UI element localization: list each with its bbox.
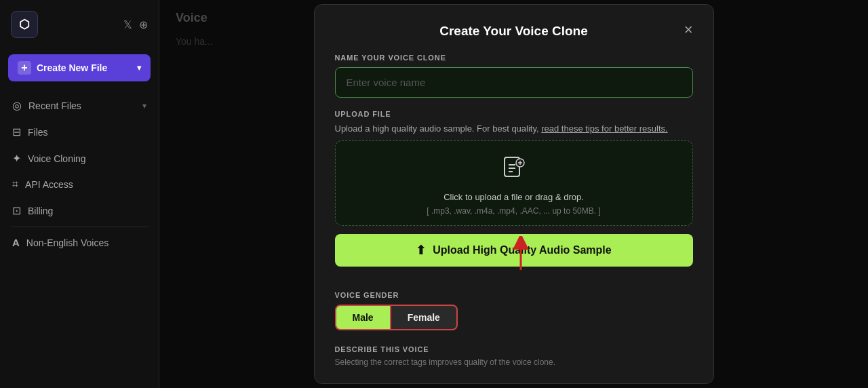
create-new-file-button[interactable]: + Create New File ▾ <box>8 54 151 81</box>
sidebar-label-files: Files <box>28 127 48 138</box>
gender-label: VOICE GENDER <box>335 291 693 299</box>
gender-section: VOICE GENDER Male Female <box>335 291 693 330</box>
sidebar-item-non-english[interactable]: A Non-English Voices <box>0 230 159 255</box>
modal-title: Create Your Voice Clone <box>439 24 588 39</box>
voice-cloning-icon: ✦ <box>12 152 21 165</box>
upload-section: UPLOAD FILE Upload a high quality audio … <box>335 110 693 267</box>
name-section: NAME YOUR VOICE CLONE <box>335 54 693 98</box>
sidebar-item-files[interactable]: ⊟ Files <box>0 119 159 145</box>
non-english-icon: A <box>12 237 20 248</box>
sidebar-label-voice-cloning: Voice Cloning <box>28 153 86 164</box>
main-content: Voice You ha... Create Your Voice Clone … <box>159 0 868 388</box>
sidebar-item-recent-files[interactable]: ◎ Recent Files ▾ <box>0 92 159 119</box>
gender-buttons: Male Female <box>335 305 693 330</box>
upload-primary-text: Click to upload a file or drag & drop. <box>443 192 584 202</box>
gender-female-button[interactable]: Female <box>391 305 458 330</box>
describe-section: DESCRIBE THIS VOICE Selecting the correc… <box>335 343 693 367</box>
sidebar: ⬡ 𝕏 ⊕ + Create New File ▾ ◎ Recent Files… <box>0 0 159 388</box>
sidebar-item-api-access[interactable]: ⌗ API Access <box>0 172 159 197</box>
logo: ⬡ <box>11 11 38 38</box>
upload-drop-zone[interactable]: Click to upload a file or drag & drop. [… <box>335 140 693 226</box>
sidebar-item-billing[interactable]: ⊡ Billing <box>0 197 159 224</box>
chevron-right-icon: ▾ <box>142 101 146 111</box>
create-btn-label: Create New File <box>37 62 107 73</box>
sidebar-label-recent-files: Recent Files <box>28 100 81 111</box>
plus-icon: + <box>18 61 31 75</box>
gender-male-button[interactable]: Male <box>335 305 391 330</box>
upload-label: UPLOAD FILE <box>335 110 693 118</box>
red-arrow-annotation <box>500 236 541 273</box>
chevron-down-icon: ▾ <box>137 63 141 73</box>
sidebar-label-billing: Billing <box>28 206 53 216</box>
describe-hint: Selecting the correct tags improves qual… <box>335 357 693 367</box>
twitter-icon[interactable]: 𝕏 <box>123 18 132 31</box>
modal-header: Create Your Voice Clone × <box>335 24 693 39</box>
discord-icon[interactable]: ⊕ <box>139 18 148 31</box>
recent-files-icon: ◎ <box>12 99 22 112</box>
file-icon <box>503 156 525 185</box>
sidebar-header: ⬡ 𝕏 ⊕ <box>0 0 159 49</box>
billing-icon: ⊡ <box>12 204 21 217</box>
upload-hint: Upload a high quality audio sample. For … <box>335 123 693 134</box>
upload-formats-text: [ .mp3, .wav, .m4a, .mp4, .AAC, ... up t… <box>427 206 601 216</box>
name-label: NAME YOUR VOICE CLONE <box>335 54 693 62</box>
sidebar-social-icons: 𝕏 ⊕ <box>123 18 148 31</box>
create-btn-wrapper: + Create New File ▾ <box>0 49 159 87</box>
create-voice-clone-modal: Create Your Voice Clone × NAME YOUR VOIC… <box>314 4 714 384</box>
api-access-icon: ⌗ <box>12 178 18 191</box>
upload-icon: ⬆ <box>416 243 426 258</box>
close-button[interactable]: × <box>684 22 693 37</box>
sidebar-label-non-english: Non-English Voices <box>26 237 108 248</box>
upload-tips-link[interactable]: read these tips for better results. <box>541 123 667 134</box>
sidebar-label-api-access: API Access <box>25 179 73 190</box>
modal-overlay: Create Your Voice Clone × NAME YOUR VOIC… <box>159 0 868 388</box>
sidebar-item-voice-cloning[interactable]: ✦ Voice Cloning <box>0 145 159 172</box>
voice-name-input[interactable] <box>335 67 693 98</box>
files-icon: ⊟ <box>12 125 21 138</box>
sidebar-divider <box>11 227 148 227</box>
describe-label: DESCRIBE THIS VOICE <box>335 345 429 353</box>
nav-items: ◎ Recent Files ▾ ⊟ Files ✦ Voice Cloning… <box>0 87 159 388</box>
upload-btn-wrapper: ⬆ Upload High Quality Audio Sample <box>335 234 693 267</box>
